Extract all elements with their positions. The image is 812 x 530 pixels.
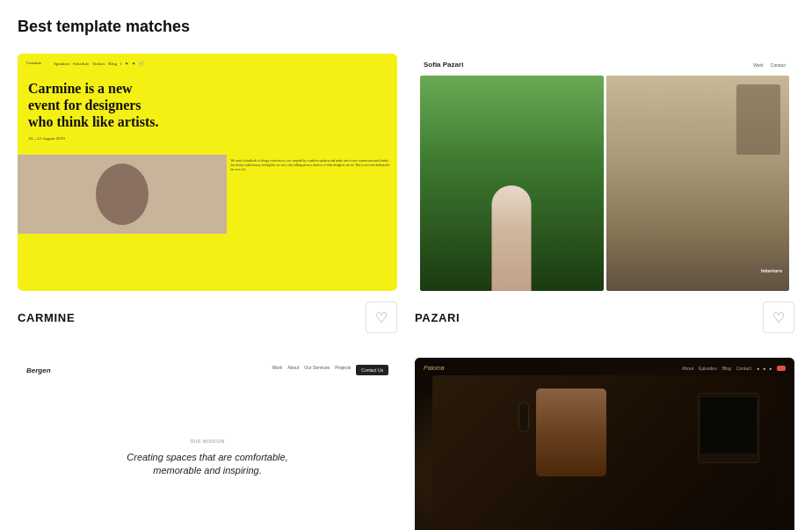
pazari-img-left <box>420 76 604 291</box>
pazari-nav: Sofia Pazari WorkContact <box>415 54 794 76</box>
pazari-overlay-text: Interiors <box>761 268 782 273</box>
pazari-label-row: PAZARI ♡ <box>415 291 794 340</box>
card-carmine[interactable]: Carmine Speakers Schedule Tickets Blog f… <box>18 54 397 340</box>
bergen-logo: Bergen <box>26 367 51 374</box>
paloma-logo: Paloma <box>424 365 445 371</box>
carmine-headline: Carmine is a newevent for designerswho t… <box>28 80 387 131</box>
card-thumbnail-pazari: Sofia Pazari WorkContact Interiors <box>415 54 794 291</box>
bergen-nav: Bergen WorkAboutOur ServicesProjects Con… <box>18 358 397 382</box>
pazari-heart-button[interactable]: ♡ <box>763 301 794 333</box>
paloma-nav-links: AboutEpisodesBlogContact ●●● <box>682 366 786 371</box>
paloma-cta-btn <box>777 366 786 371</box>
carmine-label-row: CARMINE ♡ <box>18 291 397 340</box>
pazari-images: Interiors <box>415 76 794 291</box>
card-pazari[interactable]: Sofia Pazari WorkContact Interiors <box>415 54 794 340</box>
carmine-label: CARMINE <box>18 311 75 324</box>
pazari-label: PAZARI <box>415 311 460 324</box>
bergen-subtitle: Our Mission <box>190 439 224 444</box>
carmine-date: 10—12 August 2019 <box>28 136 387 141</box>
bergen-nav-links: WorkAboutOur ServicesProjects Contact Us <box>272 365 388 375</box>
bergen-headline: Creating spaces that are comfortable,mem… <box>127 451 287 478</box>
carmine-image <box>18 155 227 234</box>
card-paloma[interactable]: Paloma AboutEpisodesBlogContact ●●● A po… <box>415 358 794 530</box>
carmine-text: We want to hundreds of design conference… <box>227 155 397 234</box>
pazari-logo: Sofia Pazari <box>424 61 463 69</box>
template-grid: Carmine Speakers Schedule Tickets Blog f… <box>18 54 794 530</box>
bergen-hero: Our Mission Creating spaces that are com… <box>18 382 397 530</box>
card-thumbnail-paloma: Paloma AboutEpisodesBlogContact ●●● A po… <box>415 358 794 530</box>
carmine-heart-button[interactable]: ♡ <box>366 301 397 333</box>
page-title: Best template matches <box>18 18 794 36</box>
card-bergen[interactable]: Bergen WorkAboutOur ServicesProjects Con… <box>18 358 397 530</box>
pazari-img-right: Interiors <box>606 76 790 291</box>
carmine-nav: Carmine Speakers Schedule Tickets Blog f… <box>18 54 397 73</box>
card-thumbnail-bergen: Bergen WorkAboutOur ServicesProjects Con… <box>18 358 397 530</box>
card-thumbnail-carmine: Carmine Speakers Schedule Tickets Blog f… <box>18 54 397 291</box>
paloma-nav: Paloma AboutEpisodesBlogContact ●●● <box>415 358 794 378</box>
pazari-nav-links: WorkContact <box>753 62 786 68</box>
bergen-contact-btn: Contact Us <box>356 365 388 375</box>
